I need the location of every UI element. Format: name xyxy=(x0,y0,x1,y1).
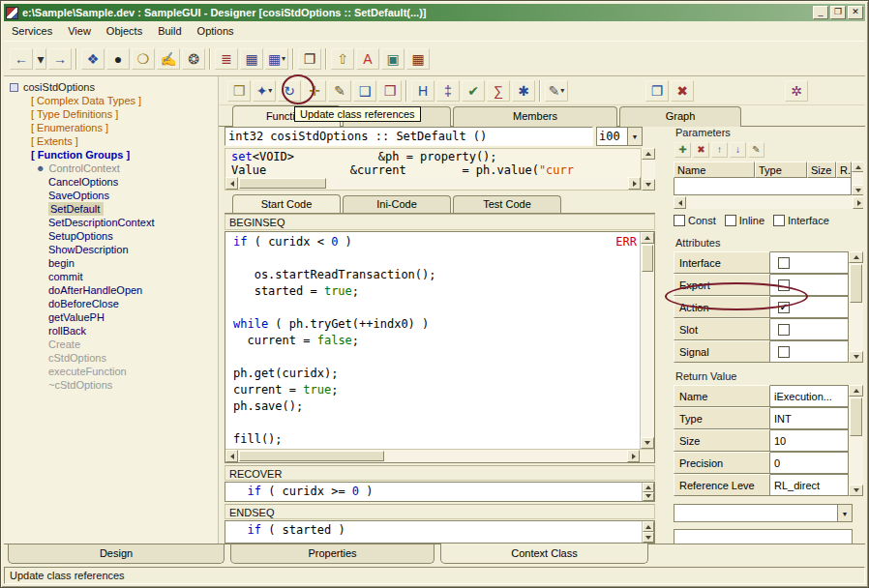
param-add-icon[interactable]: ✚ xyxy=(674,142,691,158)
code-editor-text[interactable]: ERRif ( curidx < 0 ) os.startReadTransac… xyxy=(225,232,640,449)
recover-code-text[interactable]: if ( curidx >= 0 ) xyxy=(225,483,642,501)
return-value-vertical-scrollbar[interactable] xyxy=(849,385,863,496)
scroll-right-button[interactable] xyxy=(853,196,863,209)
scroll-down-button[interactable] xyxy=(849,485,863,496)
delete-class-icon[interactable]: ✖ xyxy=(671,80,694,102)
param-flag-checkbox[interactable] xyxy=(674,215,685,226)
menu-services[interactable]: Services xyxy=(4,22,60,40)
scrollbar-thumb[interactable] xyxy=(642,245,653,272)
tree-item-controlcontext[interactable]: ControlContext xyxy=(4,162,218,175)
scrollbar-track[interactable] xyxy=(642,160,655,179)
generate-icon[interactable]: ✛ xyxy=(303,80,326,102)
scroll-down-button[interactable] xyxy=(852,185,863,195)
menu-build[interactable]: Build xyxy=(150,22,189,40)
tree-item-doafterhandleopen[interactable]: doAfterHandleOpen xyxy=(4,283,218,297)
image-icon[interactable]: ▣ xyxy=(381,48,405,70)
tree-item-complex-data-types[interactable]: [ Complex Data Types ] xyxy=(4,94,218,107)
report-icon[interactable]: ❑ xyxy=(353,80,376,102)
open-folder-icon[interactable]: ❒ xyxy=(227,80,251,102)
tree-item-canceloptions[interactable]: CancelOptions xyxy=(4,175,218,189)
declaration-code-text[interactable]: set<VOID> &ph = property();Value &curren… xyxy=(225,149,641,177)
scroll-right-button[interactable] xyxy=(628,177,641,190)
back-icon[interactable]: ← xyxy=(10,48,33,70)
combo-dropdown-icon[interactable] xyxy=(627,128,642,145)
menu-options[interactable]: Options xyxy=(190,22,242,40)
tree-item-commit[interactable]: commit xyxy=(4,270,218,283)
barcode-icon[interactable]: ≣ xyxy=(215,48,238,70)
minimize-button[interactable]: _ xyxy=(813,6,828,19)
tree-item-cstdoptions[interactable]: ~cStdOptions xyxy=(4,378,218,392)
attributes-vertical-scrollbar[interactable] xyxy=(849,251,863,363)
scrollbar-track[interactable] xyxy=(686,196,853,209)
scroll-left-button[interactable] xyxy=(225,177,238,190)
tree-item-type-definitions[interactable]: [ Type Definitions ] xyxy=(4,107,218,121)
scrollbar-track[interactable] xyxy=(849,263,863,351)
return-type-combo[interactable]: i00 xyxy=(596,127,643,146)
scroll-down-button[interactable] xyxy=(643,532,654,543)
parameters-vertical-scrollbar[interactable] xyxy=(852,162,863,195)
forward-icon[interactable]: → xyxy=(48,48,72,70)
tree-item-cstdoptions[interactable]: cStdOptions xyxy=(4,351,218,365)
table-select-dropdown-icon[interactable] xyxy=(282,54,285,63)
recover-scrollbar[interactable] xyxy=(642,483,654,501)
tree-item-setdefault[interactable]: SetDefault xyxy=(4,202,218,216)
attribute-checkbox-export[interactable] xyxy=(778,279,790,291)
add-header-icon[interactable]: H xyxy=(411,80,434,102)
scrollbar-track[interactable] xyxy=(641,244,654,437)
scroll-down-button[interactable] xyxy=(643,492,654,502)
scrollbar-track[interactable] xyxy=(238,177,628,190)
declaration-vertical-scrollbar[interactable] xyxy=(642,148,655,191)
new-object-icon[interactable]: ✦ xyxy=(253,80,276,102)
tree-item-function-groups[interactable]: [ Function Groups ] xyxy=(4,148,218,162)
scroll-left-button[interactable] xyxy=(674,196,686,209)
tree-item-dobeforeclose[interactable]: doBeforeClose xyxy=(4,297,218,310)
param-flag-checkbox[interactable] xyxy=(773,215,785,226)
combo-dropdown-icon[interactable] xyxy=(837,505,852,521)
attribute-checkbox-action[interactable] xyxy=(778,302,790,313)
code-tab-ini-code[interactable]: Ini-Code xyxy=(343,195,451,213)
calendar-icon[interactable]: ▦ xyxy=(406,48,430,70)
edit-notes-icon[interactable]: ✍ xyxy=(157,48,180,70)
return-value-cell[interactable]: 10 xyxy=(770,429,849,452)
globe-icon[interactable]: ❂ xyxy=(182,48,205,70)
code-tab-test-code[interactable]: Test Code xyxy=(453,195,561,213)
param-flag-inline[interactable]: Inline xyxy=(725,215,764,226)
tree-item-begin[interactable]: begin xyxy=(4,256,218,270)
scroll-up-button[interactable] xyxy=(642,148,655,160)
scroll-down-button[interactable] xyxy=(641,437,654,449)
param-flag-checkbox[interactable] xyxy=(725,215,736,226)
scrollbar-track[interactable] xyxy=(852,172,863,185)
param-down-icon[interactable]: ↓ xyxy=(730,142,746,158)
bottom-tab-context-class[interactable]: Context Class xyxy=(440,544,648,564)
attribute-checkbox-interface[interactable] xyxy=(778,257,790,269)
context-combo[interactable] xyxy=(674,504,853,522)
scroll-left-button[interactable] xyxy=(225,450,238,462)
scrollbar-thumb[interactable] xyxy=(239,451,384,461)
param-up-icon[interactable]: ↑ xyxy=(711,142,728,158)
edit-dropdown-icon[interactable] xyxy=(560,86,564,95)
documentation-icon[interactable]: ❒ xyxy=(378,80,402,102)
record-icon[interactable]: ● xyxy=(106,48,130,70)
tree-item-showdescription[interactable]: ShowDescription xyxy=(4,243,218,256)
code-tab-start-code[interactable]: Start Code xyxy=(232,194,341,213)
add-include-icon[interactable]: ‡ xyxy=(436,80,460,102)
table-edit-icon[interactable]: ▦ xyxy=(240,48,263,70)
edit-source-icon[interactable]: ✎ xyxy=(328,80,351,102)
scrollbar-thumb[interactable] xyxy=(850,264,862,303)
view-tab-members[interactable]: Members xyxy=(453,106,617,127)
tree-item-rollback[interactable]: rollBack xyxy=(4,324,218,338)
menu-view[interactable]: View xyxy=(60,22,99,40)
tree-item-executefunction[interactable]: executeFunction xyxy=(4,365,218,378)
return-value-cell[interactable]: 0 xyxy=(770,452,849,474)
database-icon[interactable]: ❍ xyxy=(132,48,155,70)
font-icon[interactable]: A xyxy=(356,48,379,70)
print-icon[interactable]: ❐ xyxy=(298,48,321,70)
return-value-cell[interactable]: INT xyxy=(770,407,849,429)
tree-item-enumerations[interactable]: [ Enumerations ] xyxy=(4,121,218,134)
tree-item-setupoptions[interactable]: SetupOptions xyxy=(4,229,218,243)
scroll-right-button[interactable] xyxy=(627,450,640,462)
update-class-references-icon[interactable]: ↻ xyxy=(278,80,301,102)
new-object-dropdown-icon[interactable] xyxy=(268,86,272,95)
restore-button[interactable]: ❐ xyxy=(830,6,846,19)
tree-item-setdescriptioncontext[interactable]: SetDescriptionContext xyxy=(4,216,218,229)
